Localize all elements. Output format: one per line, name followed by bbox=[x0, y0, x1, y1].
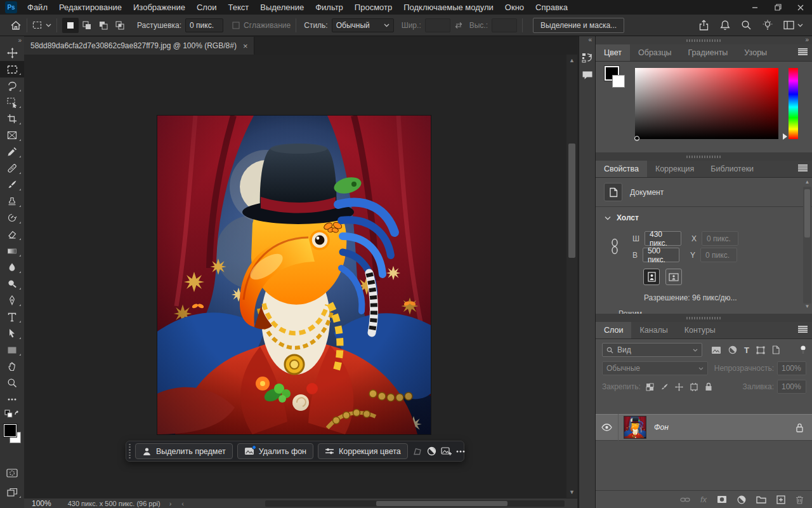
selection-add-icon[interactable] bbox=[79, 18, 95, 33]
toolbar-collapse-icon[interactable]: » bbox=[0, 36, 24, 44]
gradient-tool[interactable] bbox=[0, 243, 24, 259]
antialias-checkbox[interactable]: Сглаживание bbox=[232, 21, 291, 30]
close-icon[interactable] bbox=[789, 0, 812, 15]
more-tools-icon[interactable] bbox=[0, 391, 24, 408]
panel-group-header[interactable] bbox=[596, 152, 812, 161]
canvas-height-input[interactable]: 500 пикс. bbox=[643, 248, 679, 262]
tab-adjustments[interactable]: Коррекция bbox=[647, 161, 702, 177]
move-tool[interactable] bbox=[0, 44, 24, 61]
style-select[interactable]: Обычный bbox=[332, 18, 394, 32]
width-input[interactable] bbox=[425, 18, 450, 32]
link-dimensions-icon[interactable] bbox=[611, 238, 619, 255]
panel-group-header[interactable] bbox=[596, 314, 812, 322]
lasso-tool[interactable] bbox=[0, 77, 24, 94]
horizontal-scroll-thumb[interactable] bbox=[376, 501, 508, 506]
tab-swatches[interactable]: Образцы bbox=[630, 44, 680, 61]
layer-row[interactable]: Фон bbox=[596, 414, 812, 441]
default-and-swap-colors[interactable] bbox=[0, 408, 24, 422]
crop-tool[interactable] bbox=[0, 110, 24, 127]
hand-tool[interactable] bbox=[0, 358, 24, 375]
layer-visibility-toggle[interactable] bbox=[596, 414, 619, 441]
menu-edit[interactable]: Редактирование bbox=[53, 0, 128, 15]
dodge-tool[interactable] bbox=[0, 276, 24, 292]
history-panel-icon[interactable] bbox=[582, 52, 593, 63]
filter-toggle[interactable] bbox=[800, 345, 806, 354]
menu-file[interactable]: Файл bbox=[22, 0, 53, 15]
screen-mode-icon[interactable] bbox=[0, 484, 24, 500]
new-group-icon[interactable] bbox=[756, 495, 766, 504]
feather-input[interactable]: 0 пикс. bbox=[185, 18, 223, 32]
hue-slider-arrow[interactable] bbox=[783, 133, 787, 140]
layer-thumbnail[interactable] bbox=[624, 416, 646, 439]
canvas-area[interactable]: ▲ ▼ Выделить предмет Удалить фон Коррекц… bbox=[24, 55, 577, 498]
transform-icon[interactable] bbox=[412, 447, 422, 456]
menu-view[interactable]: Просмотр bbox=[349, 0, 398, 15]
filter-type-layers-icon[interactable]: T bbox=[744, 345, 749, 355]
properties-scrollbar[interactable] bbox=[803, 187, 811, 304]
add-layer-mask-icon[interactable] bbox=[717, 495, 727, 504]
tab-close-icon[interactable]: × bbox=[243, 41, 248, 51]
filter-smart-objects-icon[interactable] bbox=[772, 345, 780, 354]
tab-patterns[interactable]: Узоры bbox=[736, 44, 775, 61]
lock-position-icon[interactable] bbox=[675, 383, 683, 391]
filter-pixel-layers-icon[interactable] bbox=[711, 346, 721, 354]
height-input[interactable] bbox=[492, 18, 517, 32]
selection-new-icon[interactable] bbox=[62, 18, 79, 33]
menu-select[interactable]: Выделение bbox=[254, 0, 310, 15]
generate-image-icon[interactable] bbox=[441, 446, 452, 456]
collapse-panels-icon[interactable]: » bbox=[805, 36, 809, 43]
restore-icon[interactable] bbox=[766, 0, 789, 15]
scroll-up-icon[interactable]: ▲ bbox=[566, 56, 577, 65]
portrait-orientation-button[interactable] bbox=[643, 269, 660, 285]
canvas-artwork[interactable] bbox=[157, 116, 431, 434]
saturation-brightness-field[interactable] bbox=[635, 68, 778, 139]
drag-grip[interactable] bbox=[686, 39, 722, 42]
frame-tool[interactable] bbox=[0, 127, 24, 144]
adjustment-icon[interactable] bbox=[427, 446, 436, 456]
panel-group-header[interactable]: » bbox=[596, 36, 812, 44]
vertical-scrollbar[interactable]: ▲ ▼ bbox=[566, 55, 577, 498]
tab-libraries[interactable]: Библиотеки bbox=[702, 161, 762, 177]
brush-tool[interactable] bbox=[0, 177, 24, 193]
color-picker-marker[interactable] bbox=[634, 136, 639, 141]
rectangle-shape-tool[interactable] bbox=[0, 342, 24, 358]
scroll-down-icon[interactable]: ▼ bbox=[803, 304, 811, 311]
spot-healing-brush-tool[interactable] bbox=[0, 160, 24, 177]
minimize-icon[interactable] bbox=[743, 0, 766, 15]
workspace-switcher-icon[interactable] bbox=[783, 20, 803, 30]
remove-background-button[interactable]: Удалить фон bbox=[237, 443, 313, 459]
tool-preset-marquee[interactable] bbox=[32, 20, 51, 30]
selection-subtract-icon[interactable] bbox=[95, 18, 112, 33]
lock-pixels-icon[interactable] bbox=[660, 383, 669, 391]
drag-grip[interactable] bbox=[686, 317, 722, 319]
horizontal-scrollbar[interactable] bbox=[265, 500, 565, 507]
more-options-icon[interactable] bbox=[456, 450, 465, 453]
type-tool[interactable] bbox=[0, 309, 24, 325]
lock-transparency-icon[interactable] bbox=[646, 383, 654, 391]
tab-channels[interactable]: Каналы bbox=[631, 322, 676, 338]
color-correction-button[interactable]: Коррекция цвета bbox=[318, 443, 408, 459]
menu-help[interactable]: Справка bbox=[530, 0, 573, 15]
discover-lightbulb-icon[interactable] bbox=[763, 20, 773, 31]
select-subject-button[interactable]: Выделить предмет bbox=[135, 443, 233, 459]
menu-image[interactable]: Изображение bbox=[128, 0, 191, 15]
path-selection-tool[interactable] bbox=[0, 325, 24, 342]
fill-input[interactable]: 100% bbox=[777, 380, 806, 394]
eraser-tool[interactable] bbox=[0, 226, 24, 243]
menu-layers[interactable]: Слои bbox=[191, 0, 223, 15]
status-arrow-icon[interactable]: › bbox=[169, 500, 172, 507]
panel-menu-icon[interactable] bbox=[798, 164, 808, 171]
blend-mode-select[interactable]: Обычные bbox=[602, 361, 708, 375]
quick-mask-mode-icon[interactable] bbox=[0, 465, 24, 481]
filter-shape-layers-icon[interactable] bbox=[756, 346, 765, 354]
link-layers-icon[interactable] bbox=[680, 497, 690, 503]
panel-menu-icon[interactable] bbox=[798, 48, 808, 55]
selection-intersect-icon[interactable] bbox=[112, 18, 128, 33]
delete-layer-icon[interactable] bbox=[796, 495, 804, 504]
taskbar-drag-handle[interactable] bbox=[129, 444, 131, 459]
blur-tool[interactable] bbox=[0, 259, 24, 276]
layer-locked-icon[interactable] bbox=[796, 423, 804, 432]
object-selection-tool[interactable] bbox=[0, 94, 24, 110]
panel-menu-icon[interactable] bbox=[798, 326, 808, 333]
menu-window[interactable]: Окно bbox=[499, 0, 530, 15]
